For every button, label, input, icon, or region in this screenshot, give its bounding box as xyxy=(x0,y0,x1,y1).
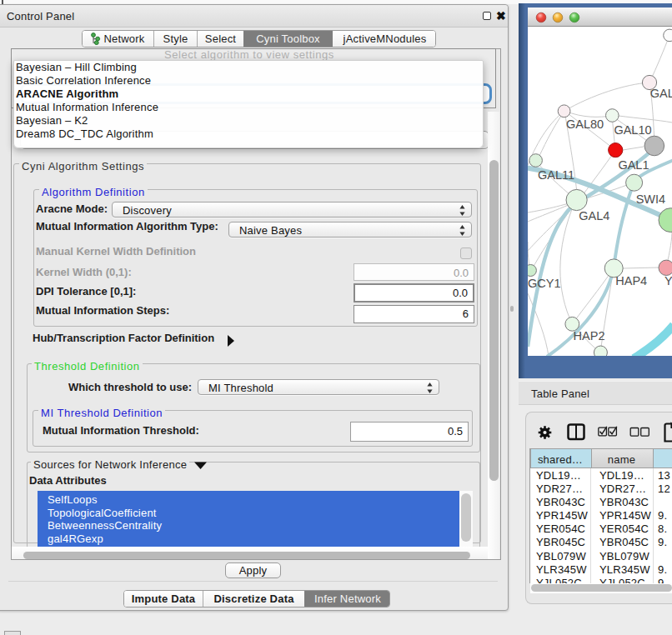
svg-text:HAP2: HAP2 xyxy=(574,329,605,342)
svg-text:GCY1: GCY1 xyxy=(528,277,561,290)
svg-text:GAL1: GAL1 xyxy=(618,158,649,172)
svg-text:GAL11: GAL11 xyxy=(538,168,574,182)
svg-text:GAL80: GAL80 xyxy=(566,118,604,131)
svg-text:GAL7: GAL7 xyxy=(650,87,672,100)
svg-text:GAL10: GAL10 xyxy=(614,123,651,137)
svg-text:YD: YD xyxy=(664,274,672,288)
svg-text:HAP4: HAP4 xyxy=(615,274,647,288)
svg-text:SWI4: SWI4 xyxy=(636,192,665,206)
svg-text:GAL4: GAL4 xyxy=(579,209,609,222)
